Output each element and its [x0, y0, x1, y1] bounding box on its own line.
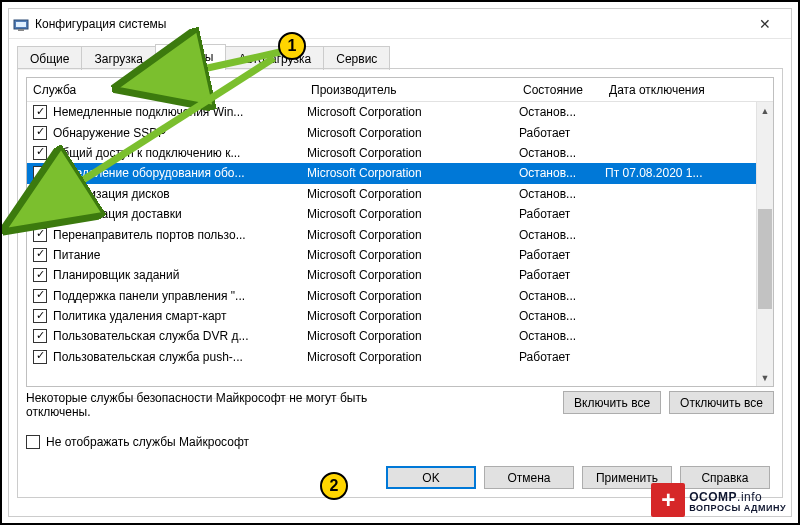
- service-checkbox[interactable]: [33, 166, 47, 180]
- service-checkbox[interactable]: [33, 268, 47, 282]
- ok-button[interactable]: OK: [386, 466, 476, 489]
- service-state: Останов...: [519, 289, 605, 303]
- table-row[interactable]: ПитаниеMicrosoft CorporationРаботает: [27, 245, 756, 265]
- svg-rect-2: [16, 22, 26, 27]
- service-name: Перенаправитель портов пользо...: [53, 228, 307, 242]
- table-row[interactable]: Определение оборудования обо...Microsoft…: [27, 163, 756, 183]
- service-state: Останов...: [519, 228, 605, 242]
- service-manufacturer: Microsoft Corporation: [307, 105, 519, 119]
- service-rows: Немедленные подключения Win...Microsoft …: [27, 102, 756, 386]
- service-manufacturer: Microsoft Corporation: [307, 228, 519, 242]
- service-state: Останов...: [519, 146, 605, 160]
- service-checkbox[interactable]: [33, 228, 47, 242]
- table-row[interactable]: Поддержка панели управления "...Microsof…: [27, 286, 756, 306]
- tab-strip: Общие Загрузка Службы Автозагрузка Серви…: [9, 39, 791, 68]
- service-state: Работает: [519, 207, 605, 221]
- service-manufacturer: Microsoft Corporation: [307, 309, 519, 323]
- service-state: Работает: [519, 350, 605, 364]
- service-checkbox[interactable]: [33, 329, 47, 343]
- service-state: Работает: [519, 248, 605, 262]
- service-checkbox[interactable]: [33, 105, 47, 119]
- col-manufacturer[interactable]: Производитель: [305, 83, 517, 97]
- table-row[interactable]: Планировщик заданийMicrosoft Corporation…: [27, 265, 756, 285]
- watermark: + OCOMP.info ВОПРОСЫ АДМИНУ: [651, 483, 786, 517]
- service-checkbox[interactable]: [33, 309, 47, 323]
- table-row[interactable]: Пользовательская служба push-...Microsof…: [27, 347, 756, 367]
- service-checkbox[interactable]: [33, 248, 47, 262]
- scroll-thumb[interactable]: [758, 209, 772, 309]
- table-row[interactable]: Пользовательская служба DVR д...Microsof…: [27, 326, 756, 346]
- service-manufacturer: Microsoft Corporation: [307, 207, 519, 221]
- svg-rect-1: [18, 29, 24, 31]
- service-checkbox[interactable]: [33, 207, 47, 221]
- service-name: Обнаружение SSDP: [53, 126, 307, 140]
- tab-tools[interactable]: Сервис: [323, 46, 390, 70]
- service-name: Пользовательская служба push-...: [53, 350, 307, 364]
- cancel-button[interactable]: Отмена: [484, 466, 574, 489]
- service-checkbox[interactable]: [33, 126, 47, 140]
- service-checkbox[interactable]: [33, 187, 47, 201]
- service-name: Определение оборудования обо...: [53, 166, 307, 180]
- titlebar: Конфигурация системы ✕: [9, 9, 791, 39]
- service-name: Пользовательская служба DVR д...: [53, 329, 307, 343]
- table-row[interactable]: Политика удаления смарт-картMicrosoft Co…: [27, 306, 756, 326]
- close-icon[interactable]: ✕: [743, 10, 787, 38]
- scroll-down-icon[interactable]: ▼: [757, 369, 773, 386]
- table-row[interactable]: Немедленные подключения Win...Microsoft …: [27, 102, 756, 122]
- service-name: Питание: [53, 248, 307, 262]
- col-date-disabled[interactable]: Дата отключения: [603, 83, 733, 97]
- window-title: Конфигурация системы: [35, 17, 743, 31]
- service-manufacturer: Microsoft Corporation: [307, 146, 519, 160]
- service-name: Планировщик заданий: [53, 268, 307, 282]
- tab-general[interactable]: Общие: [17, 46, 82, 70]
- service-manufacturer: Microsoft Corporation: [307, 329, 519, 343]
- service-manufacturer: Microsoft Corporation: [307, 289, 519, 303]
- service-name: Оптимизация доставки: [53, 207, 307, 221]
- service-checkbox[interactable]: [33, 350, 47, 364]
- col-state[interactable]: Состояние: [517, 83, 603, 97]
- service-state: Останов...: [519, 105, 605, 119]
- service-state: Останов...: [519, 329, 605, 343]
- callout-1: 1: [278, 32, 306, 60]
- tab-panel-services: Служба▲ Производитель Состояние Дата отк…: [17, 68, 783, 498]
- tab-startup[interactable]: Автозагрузка: [225, 46, 324, 70]
- tab-services[interactable]: Службы: [155, 44, 226, 69]
- service-state: Работает: [519, 126, 605, 140]
- service-checkbox[interactable]: [33, 146, 47, 160]
- app-icon: [13, 16, 29, 32]
- service-name: Общий доступ к подключению к...: [53, 146, 307, 160]
- service-manufacturer: Microsoft Corporation: [307, 166, 519, 180]
- hide-ms-label: Не отображать службы Майкрософт: [46, 435, 249, 449]
- column-headers[interactable]: Служба▲ Производитель Состояние Дата отк…: [27, 78, 773, 102]
- table-row[interactable]: Оптимизация дисковMicrosoft CorporationО…: [27, 184, 756, 204]
- disable-all-button[interactable]: Отключить все: [669, 391, 774, 414]
- service-name: Политика удаления смарт-карт: [53, 309, 307, 323]
- service-manufacturer: Microsoft Corporation: [307, 248, 519, 262]
- watermark-badge-icon: +: [651, 483, 685, 517]
- hide-ms-checkbox[interactable]: [26, 435, 40, 449]
- service-manufacturer: Microsoft Corporation: [307, 268, 519, 282]
- table-row[interactable]: Оптимизация доставкиMicrosoft Corporatio…: [27, 204, 756, 224]
- service-checkbox[interactable]: [33, 289, 47, 303]
- service-manufacturer: Microsoft Corporation: [307, 126, 519, 140]
- table-row[interactable]: Обнаружение SSDPMicrosoft CorporationРаб…: [27, 122, 756, 142]
- service-manufacturer: Microsoft Corporation: [307, 350, 519, 364]
- vertical-scrollbar[interactable]: ▲ ▼: [756, 102, 773, 386]
- services-listview[interactable]: Служба▲ Производитель Состояние Дата отк…: [26, 77, 774, 387]
- service-manufacturer: Microsoft Corporation: [307, 187, 519, 201]
- enable-all-button[interactable]: Включить все: [563, 391, 661, 414]
- callout-2: 2: [320, 472, 348, 500]
- service-name: Поддержка панели управления "...: [53, 289, 307, 303]
- service-state: Работает: [519, 268, 605, 282]
- sort-indicator-icon: ▲: [116, 85, 125, 95]
- table-row[interactable]: Общий доступ к подключению к...Microsoft…: [27, 143, 756, 163]
- service-date-disabled: Пт 07.08.2020 1...: [605, 166, 735, 180]
- col-service[interactable]: Служба: [33, 83, 76, 97]
- service-state: Останов...: [519, 309, 605, 323]
- service-state: Останов...: [519, 187, 605, 201]
- service-state: Останов...: [519, 166, 605, 180]
- table-row[interactable]: Перенаправитель портов пользо...Microsof…: [27, 224, 756, 244]
- service-name: Немедленные подключения Win...: [53, 105, 307, 119]
- tab-boot[interactable]: Загрузка: [81, 46, 156, 70]
- scroll-up-icon[interactable]: ▲: [757, 102, 773, 119]
